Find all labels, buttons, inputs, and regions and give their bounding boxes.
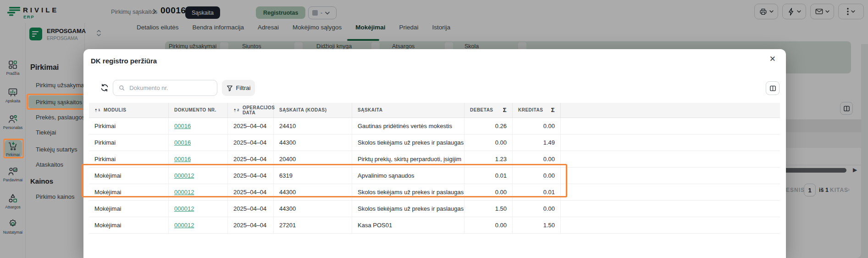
cell-debetas: 0.00 <box>464 135 513 151</box>
cell-operacijos-data: 2025–04–04 <box>228 201 274 217</box>
funnel-icon <box>227 85 233 91</box>
cell-debetas: 1.50 <box>464 201 513 217</box>
col-header-kreditas[interactable]: KREDITASΣ <box>513 103 561 118</box>
cell-kreditas: 0.00 <box>513 118 561 134</box>
cell-saskaita-kodas: 24410 <box>274 118 352 134</box>
cell-filler <box>561 217 780 233</box>
col-header-dokumento-nr[interactable]: DOKUMENTO NR. <box>169 103 228 118</box>
filters-button[interactable]: Filtrai <box>222 80 255 96</box>
cell-kreditas: 0.00 <box>513 201 561 217</box>
modal-title: DK registro peržiūra <box>91 57 157 65</box>
cell-modulis: Mokėjimai <box>89 201 169 217</box>
col-header-filler <box>561 103 780 118</box>
table-row[interactable]: Pirkimai 00016 2025–04–04 24410 Gautinas… <box>89 118 780 135</box>
cell-saskaita-kodas: 44300 <box>274 135 352 151</box>
document-link[interactable]: 00016 <box>174 156 191 163</box>
cell-saskaita-kodas: 27201 <box>274 217 352 233</box>
table-row[interactable]: Mokėjimai 000012 2025–04–04 44300 Skolos… <box>89 201 780 217</box>
cell-dokumento-nr: 00016 <box>169 135 228 151</box>
cell-filler <box>561 201 780 217</box>
cell-kreditas: 1.49 <box>513 135 561 151</box>
table-row[interactable]: Mokėjimai 000012 2025–04–04 27201 Kasa P… <box>89 217 780 234</box>
col-header-modulis[interactable]: ▲▼1 MODULIS <box>89 103 169 118</box>
cell-saskaita: Skolos tiekėjams už prekes ir paslaugas <box>352 135 464 151</box>
col-header-debetas[interactable]: DEBETASΣ <box>464 103 513 118</box>
document-link[interactable]: 00016 <box>174 123 191 129</box>
col-header-saskaita-kodas[interactable]: SĄSKAITA (KODAS) <box>274 103 352 118</box>
cell-saskaita-kodas: 44300 <box>274 201 352 217</box>
cell-debetas: 0.00 <box>464 217 513 233</box>
cell-dokumento-nr: 000012 <box>169 201 228 217</box>
cell-filler <box>561 151 780 167</box>
search-icon <box>119 84 125 91</box>
cell-kreditas: 1.50 <box>513 217 561 233</box>
cell-modulis: Pirkimai <box>89 118 169 134</box>
document-link[interactable]: 000012 <box>174 222 194 229</box>
cell-dokumento-nr: 00016 <box>169 118 228 134</box>
cell-filler <box>561 168 780 184</box>
cell-operacijos-data: 2025–04–04 <box>228 217 274 233</box>
dk-register-modal: DK registro peržiūra ✕ Filtrai ▲▼1 MODUL… <box>83 49 786 258</box>
close-icon[interactable]: ✕ <box>769 55 776 63</box>
col-header-operacijos-data[interactable]: ▲▼2 OPERACIJOS DATA <box>228 103 274 118</box>
col-header-saskaita[interactable]: SĄSKAITA <box>352 103 464 118</box>
cell-operacijos-data: 2025–04–04 <box>228 135 274 151</box>
cell-dokumento-nr: 000012 <box>169 217 228 233</box>
search-input[interactable] <box>128 84 211 92</box>
sort-asc-icon: ▲▼2 <box>233 108 239 112</box>
document-link[interactable]: 00016 <box>174 139 191 146</box>
app-root: { "brand": { "name": "RIVILE", "sub": "E… <box>0 0 868 258</box>
sum-sigma-icon[interactable]: Σ <box>503 107 507 114</box>
cell-operacijos-data: 2025–04–04 <box>228 118 274 134</box>
cell-saskaita: Skolos tiekėjams už prekes ir paslaugas <box>352 201 464 217</box>
sort-asc-icon: ▲▼1 <box>94 108 100 112</box>
table-header-row: ▲▼1 MODULIS DOKUMENTO NR. ▲▼2 OPERACIJOS… <box>89 103 780 118</box>
refresh-icon <box>100 83 109 92</box>
document-link[interactable]: 000012 <box>174 205 194 212</box>
refresh-button[interactable] <box>100 83 109 92</box>
column-settings-button[interactable] <box>766 81 780 95</box>
table-row[interactable]: Pirkimai 00016 2025–04–04 44300 Skolos t… <box>89 135 780 151</box>
cell-debetas: 0.26 <box>464 118 513 134</box>
highlight-box-payment-rows <box>82 164 567 197</box>
sum-sigma-icon[interactable]: Σ <box>551 107 555 114</box>
cell-filler <box>561 118 780 134</box>
cell-filler <box>561 184 780 200</box>
cell-modulis: Mokėjimai <box>89 217 169 233</box>
columns-icon <box>769 85 776 92</box>
cell-modulis: Pirkimai <box>89 135 169 151</box>
highlight-box-pirkimu-saskaitos <box>27 94 85 110</box>
cell-saskaita: Kasa POS01 <box>352 217 464 233</box>
cell-saskaita: Gautinas pridėtinės vertės mokestis <box>352 118 464 134</box>
document-search-box[interactable] <box>113 80 217 96</box>
highlight-box-rail-pirkimai <box>3 139 24 158</box>
cell-filler <box>561 135 780 151</box>
